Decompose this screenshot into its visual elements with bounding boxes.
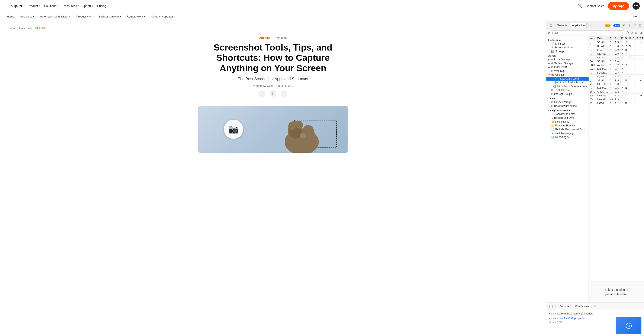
table-row[interactable]: _…SQjWfb…/2. 8.✓✓✓ (589, 74, 644, 78)
social-icons: f 𝕏 in (198, 90, 348, 97)
bottom-tab-console[interactable]: Console (558, 304, 571, 309)
logo[interactable]: — zapier (4, 3, 22, 9)
more-icon: ••• (633, 14, 638, 19)
table-row[interactable]: _…SSz8fU…/2. 5.✓✓H (589, 40, 644, 44)
linkedin-share-button[interactable]: in (281, 90, 288, 97)
sidebar-item-zapier-cookies[interactable]: 🌐 https://zapier.com (546, 77, 588, 80)
devtools-close-filter-button[interactable]: ✕ (630, 31, 634, 35)
sidebar-item-interest-groups[interactable]: ⊞ Interest Groups (546, 92, 588, 96)
nav-solutions[interactable]: Solutions (44, 4, 58, 8)
col-path[interactable]: P (614, 36, 620, 40)
sidebar-item-reporting-api[interactable]: 📊 Reporting API (546, 135, 588, 139)
sec-nav-home[interactable]: Home (4, 14, 17, 20)
col-expires[interactable]: E (620, 36, 624, 40)
sidebar-label-bg-fetch: Background Fetch (555, 112, 575, 116)
col-size[interactable]: S (624, 36, 628, 40)
whats-new-close-button[interactable]: ✕ (593, 304, 597, 308)
devtools-undock-button[interactable]: ⊡ (638, 23, 642, 28)
sidebar-item-notifications[interactable]: 🔔 Notifications (546, 120, 588, 124)
table-row[interactable]: SSIDAksAw…/2. 2.✓✓ (589, 63, 644, 67)
sec-nav-automation[interactable]: Automation with Zapier ▾ (38, 14, 73, 20)
table-row[interactable]: _…SQjWfb…/2. 8.✓✓ (589, 71, 644, 74)
sec-nav-productivity[interactable]: Productivity ▾ (74, 14, 95, 20)
table-row[interactable]: _…SSz8fU…/2. 5.✓NH (589, 78, 644, 82)
devtools-toolbar-icons: ⚠ 2 💬 1 ⚙ ⋮ ✕ ⊡ (604, 23, 642, 28)
sidebar-item-addthis-cookies[interactable]: 🌐 https://s7.addthis.com (546, 80, 588, 84)
table-row[interactable]: M…00B7FE…/2. 3. (589, 82, 644, 86)
table-row[interactable]: DV00xVb7…w /2. 3.✓ (589, 98, 644, 101)
col-value[interactable]: Value (596, 36, 609, 40)
sidebar-item-payment-handler[interactable]: 💳 Payment Handler (546, 124, 588, 128)
sidebar-item-cache-storage[interactable]: ⊞ Cache Storage (546, 100, 588, 104)
col-priority[interactable]: P F (639, 36, 644, 40)
whats-new-link-1[interactable]: Hints for inactive CSS properties (549, 317, 586, 320)
table-row[interactable]: _…SSz8fU…/2. 5.✓N (589, 86, 644, 90)
table-row[interactable]: _…SQjWfb…/2. 8.✓✓N (589, 44, 644, 48)
nav-product[interactable]: Product (28, 4, 40, 8)
nav-pricing[interactable]: Pricing (97, 4, 106, 8)
sidebar-item-cookies[interactable]: ▼ 🍪 Cookies (546, 73, 588, 77)
table-row[interactable]: 1P…2023-0…/2. 1.✓N (589, 101, 644, 105)
col-http[interactable]: H (628, 36, 632, 40)
devtools-dock-button[interactable]: ✕ (633, 23, 637, 28)
devtools-checkbox-btn[interactable]: ☐ (634, 31, 638, 35)
sidebar-item-trust-tokens[interactable]: ⊞ Trust Tokens (546, 88, 588, 92)
devtools-warnings-badge[interactable]: ⚠ 2 (604, 23, 612, 28)
col-domain[interactable]: D (609, 36, 614, 40)
breadcrumb-home[interactable]: Home (8, 27, 15, 30)
table-row[interactable]: _…SSz8fU…/2. 5.✓✓H (589, 56, 644, 60)
breadcrumb-productivity[interactable]: Productivity (19, 27, 32, 30)
twitter-share-button[interactable]: 𝕏 (270, 90, 276, 97)
sec-nav-remote[interactable]: Remote work ▾ (124, 14, 148, 20)
sidebar-item-session-storage[interactable]: ▶ ⊞ Session Storage (546, 62, 588, 65)
my-zaps-button[interactable]: My Zaps (608, 2, 629, 10)
devtools-tab-elements[interactable]: Elements (555, 23, 569, 28)
search-button[interactable]: 🔍 (578, 4, 582, 8)
table-row[interactable]: _…9. 9./2. 9.✓N (589, 48, 644, 52)
sidebar-section-cache: Cache (546, 96, 588, 100)
sec-nav-business[interactable]: Business growth ▾ (96, 14, 123, 20)
sidebar-item-facebook-cookies[interactable]: 🌐 https://www.facebook.com (546, 84, 588, 88)
table-row[interactable]: HSIDA3tfCr9j…/2. 2.✓✓M (589, 94, 644, 98)
devtools-filter-btn[interactable]: ⊞ (639, 31, 643, 35)
facebook-share-button[interactable]: f (258, 90, 265, 97)
devtools-menu-button[interactable]: ⋮ (627, 23, 632, 28)
sidebar-label-reporting-api: Reporting API (555, 136, 571, 138)
col-name[interactable]: Na… (589, 36, 596, 40)
sidebar-item-service-workers[interactable]: ⚙ Service Workers (546, 46, 588, 50)
sidebar-item-periodic-bg-sync[interactable]: 🕐 Periodic Background Sync (546, 128, 588, 131)
sidebar-item-indexed-db[interactable]: ▶ ⊞ IndexedDB (546, 65, 588, 69)
article-tag[interactable]: App tips (259, 36, 270, 40)
domain-icon: 🌐 (555, 81, 558, 84)
more-options-button[interactable]: ••• (632, 2, 640, 10)
devtools-tab-application[interactable]: Application (570, 23, 587, 28)
article-author: By Matthew Guay (252, 84, 274, 88)
sidebar-item-manifest[interactable]: 📄 Manifest (546, 42, 588, 46)
col-samesite[interactable]: S (636, 36, 639, 40)
sidebar-item-bg-fetch[interactable]: ↑↓ Background Fetch (546, 112, 588, 116)
devtools-tab-more[interactable]: » (588, 23, 593, 28)
sec-nav-app-picks[interactable]: App picks ▾ (18, 14, 37, 20)
contact-sales-link[interactable]: Contact Sales (586, 4, 604, 8)
nav-resources[interactable]: Resources & Support (63, 4, 93, 8)
table-row[interactable]: SA…SSz8fU…/2. 4. (589, 60, 644, 63)
table-row[interactable]: SA…SSz8fU…/2. 4.✓ (589, 67, 644, 71)
sidebar-item-bg-sync[interactable]: ↻ Background Sync (546, 116, 588, 120)
sec-nav-company[interactable]: Company updates ▾ (148, 14, 178, 20)
devtools-reload-button[interactable]: ↻ (548, 31, 550, 34)
sidebar-item-storage[interactable]: 💾 Storage (546, 50, 588, 53)
sidebar-item-push-messaging[interactable]: ☁ Push Messaging (546, 131, 588, 135)
sidebar-item-local-storage[interactable]: ▶ ⊞ Local Storage (546, 58, 588, 62)
devtools-tab-inspect[interactable]: ⬚ (548, 23, 554, 28)
secondary-nav-more-button[interactable]: ••• (631, 13, 640, 20)
sidebar-item-bfcache[interactable]: ⊞ Back/forward cache (546, 104, 588, 108)
devtools-settings-button[interactable]: ⚙ (622, 23, 626, 28)
sidebar-item-web-sql[interactable]: ⊞ Web SQL (546, 69, 588, 73)
col-secure[interactable]: S (632, 36, 636, 40)
table-row[interactable]: _…AlKkls2…/2. 9.✓✓ (589, 52, 644, 56)
table-row[interactable]: SSIDAPEjDT…/2. 2.✓✓ (589, 90, 644, 94)
devtools-filter-input[interactable] (551, 30, 624, 35)
bottom-tab-whats-new[interactable]: What's New (573, 304, 591, 309)
devtools-info-badge[interactable]: 💬 1 (612, 23, 621, 28)
devtools-clear-button[interactable]: 🚫 (625, 31, 630, 35)
